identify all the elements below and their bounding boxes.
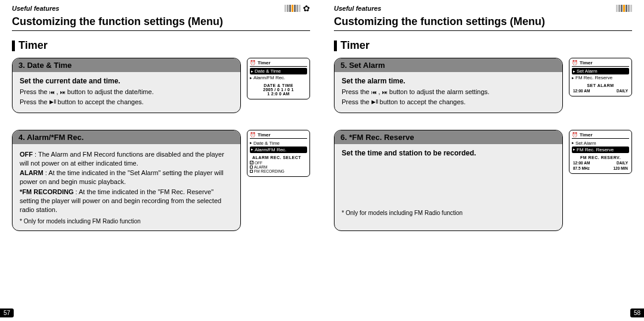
option-fmrec: *FM RECORDING : At the time indicated in…	[20, 188, 233, 214]
page-title: Customizing the function settings (Menu)	[12, 15, 310, 28]
instruction-line: Press the ▶Ⅱ button to accept the change…	[20, 98, 233, 107]
page-number: 58	[630, 308, 644, 317]
lcd-preview: ⏰Timer ▸Set Alarm ▸FM Rec. Reserve FM RE…	[569, 130, 632, 231]
breadcrumb: Useful features	[334, 5, 381, 12]
lcd-row-selected: ▸Date & Time	[250, 68, 307, 74]
color-stripes-icon	[284, 5, 301, 12]
prev-icon: ⏮	[371, 90, 377, 95]
page-right: Useful features Customizing the function…	[322, 0, 644, 321]
card-date-time: 3. Date & Time Set the current date and …	[12, 58, 241, 113]
header-decoration	[616, 5, 632, 12]
lcd-option: ALARM	[250, 165, 307, 169]
option-alarm: ALARM : At the time indicated in the "Se…	[20, 169, 233, 186]
play-pause-icon: ▶Ⅱ	[371, 99, 378, 105]
card-set-alarm: 5. Set Alarm Set the alarm time. Press t…	[334, 58, 563, 113]
card-subheading: Set the time and station to be recorded.	[335, 144, 562, 158]
lcd-preview: ⏰Timer ▸Date & Time ▸Alarm/FM Rec. ALARM…	[247, 130, 310, 231]
option-off: OFF : The Alarm and FM Record functions …	[20, 150, 233, 168]
clock-icon: ⏰	[250, 60, 256, 66]
card-fmrec-reserve: 6. *FM Rec. Reserve Set the time and sta…	[334, 130, 563, 231]
clock-icon: ⏰	[572, 60, 578, 66]
instruction-line: Press the ⏮ , ⏭ button to adjust the dat…	[20, 88, 233, 96]
lcd-row-selected: ▸Alarm/FM Rec.	[250, 147, 307, 153]
clock-icon: ⏰	[572, 132, 578, 138]
card-heading: 4. Alarm/*FM Rec.	[13, 130, 240, 144]
lcd-row: ▸FM Rec. Reserve	[572, 74, 629, 81]
lcd-option: OFF	[250, 161, 307, 165]
instruction-line: Press the ⏮ , ⏭ button to adjust the ala…	[342, 88, 555, 96]
section-bar-icon	[12, 40, 15, 51]
breadcrumb: Useful features	[12, 5, 59, 12]
header-decoration: ✿	[284, 4, 310, 13]
lcd-row: ▸Alarm/FM Rec.	[250, 74, 307, 81]
lcd-row: ▸Date & Time	[250, 140, 307, 147]
play-pause-icon: ▶Ⅱ	[49, 99, 56, 105]
footnote: * Only for models including FM Radio fun…	[13, 214, 240, 225]
card-heading: 6. *FM Rec. Reserve	[335, 130, 562, 144]
color-stripes-icon	[616, 5, 632, 12]
lcd-row-selected: ▸FM Rec. Reserve	[572, 147, 629, 153]
section-title: Timer	[18, 39, 48, 52]
section-title: Timer	[340, 39, 370, 52]
footnote: * Only for models including FM Radio fun…	[335, 206, 562, 216]
card-subheading: Set the alarm time.	[335, 72, 562, 86]
lcd-preview: ⏰Timer ▸Date & Time ▸Alarm/FM Rec. DATE …	[247, 58, 310, 113]
timer-header-icon: ✿	[303, 4, 310, 13]
lcd-preview: ⏰Timer ▸Set Alarm ▸FM Rec. Reserve SET A…	[569, 58, 632, 113]
card-heading: 5. Set Alarm	[335, 58, 562, 72]
next-icon: ⏭	[60, 90, 66, 95]
clock-icon: ⏰	[250, 132, 256, 138]
page-title: Customizing the function settings (Menu)	[334, 15, 632, 28]
prev-icon: ⏮	[49, 90, 55, 95]
page-number: 57	[0, 308, 14, 317]
page-left: Useful features ✿ Customizing the functi…	[0, 0, 322, 321]
next-icon: ⏭	[382, 90, 388, 95]
card-heading: 3. Date & Time	[13, 58, 240, 72]
instruction-line: Press the ▶Ⅱ button to accept the change…	[342, 98, 555, 107]
lcd-row: ▸Set Alarm	[572, 140, 629, 147]
lcd-row-selected: ▸Set Alarm	[572, 68, 629, 74]
section-bar-icon	[334, 40, 337, 51]
card-alarm-fmrec: 4. Alarm/*FM Rec. OFF : The Alarm and FM…	[12, 130, 241, 231]
lcd-option: FM RECORDING	[250, 169, 307, 173]
card-subheading: Set the current date and time.	[13, 72, 240, 86]
